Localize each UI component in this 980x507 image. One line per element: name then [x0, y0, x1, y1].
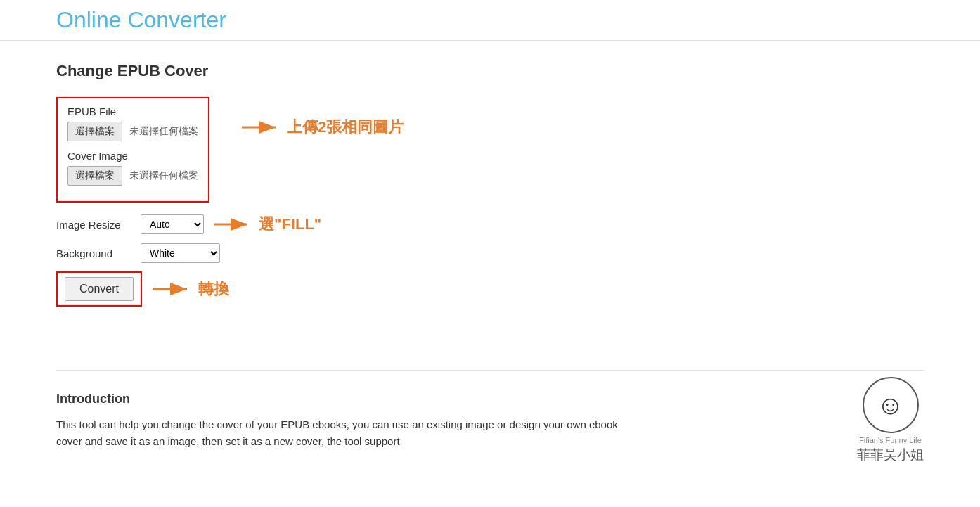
upload-arrow-icon [239, 119, 281, 136]
epub-file-row: 選擇檔案 未選擇任何檔案 [67, 122, 198, 141]
cover-image-label: Cover Image [67, 150, 198, 162]
watermark: ☺ Fifian's Funny Life 菲菲吴小姐 [857, 377, 924, 464]
convert-button[interactable]: Convert [65, 277, 134, 301]
background-label: Background [56, 248, 134, 259]
fill-annotation-text: 選"FILL" [259, 214, 321, 235]
epub-file-button[interactable]: 選擇檔案 [67, 122, 122, 141]
main-content: Change EPUB Cover EPUB File 選擇檔案 未選擇任何檔案… [0, 41, 980, 471]
upload-annotation: 上傳2張相同圖片 [239, 117, 404, 138]
convert-arrow-icon [150, 281, 193, 297]
intro-text: This tool can help you change the cover … [56, 416, 633, 450]
file-inputs-box: EPUB File 選擇檔案 未選擇任何檔案 Cover Image 選擇檔案 … [56, 97, 209, 203]
convert-button-box: Convert [56, 271, 142, 307]
cover-no-file: 未選擇任何檔案 [129, 169, 198, 182]
fill-arrow-icon [211, 216, 253, 233]
form-wrapper: EPUB File 選擇檔案 未選擇任何檔案 Cover Image 選擇檔案 … [56, 97, 924, 349]
fill-annotation: 選"FILL" [211, 214, 321, 235]
cover-image-button[interactable]: 選擇檔案 [67, 166, 122, 186]
epub-file-group: EPUB File 選擇檔案 未選擇任何檔案 [67, 105, 198, 141]
cover-image-row: 選擇檔案 未選擇任何檔案 [67, 166, 198, 186]
background-select[interactable]: White Black Transparent [141, 243, 220, 263]
intro-title: Introduction [56, 392, 924, 406]
intro-section: Introduction This tool can help you chan… [56, 392, 924, 450]
cover-image-group: Cover Image 選擇檔案 未選擇任何檔案 [67, 150, 198, 186]
convert-annotation-text: 轉換 [198, 278, 229, 300]
image-resize-select[interactable]: Auto FILL Fit Stretch [141, 214, 204, 234]
image-resize-row: Image Resize Auto FILL Fit Stretch [56, 214, 924, 235]
watermark-icon: ☺ [877, 390, 904, 421]
image-resize-label: Image Resize [56, 219, 134, 231]
convert-annotation: 轉換 [150, 278, 229, 300]
epub-file-label: EPUB File [67, 105, 198, 117]
section-title: Change EPUB Cover [56, 62, 924, 80]
header: Online Converter [0, 0, 980, 41]
watermark-subtitle: Fifian's Funny Life [859, 436, 922, 444]
watermark-avatar: ☺ [863, 377, 919, 433]
epub-no-file: 未選擇任何檔案 [129, 125, 198, 138]
upload-annotation-text: 上傳2張相同圖片 [287, 117, 404, 138]
section-divider [56, 370, 924, 371]
watermark-name: 菲菲吴小姐 [857, 446, 924, 464]
convert-area: Convert 轉換 [56, 271, 924, 307]
site-title: Online Converter [56, 7, 226, 32]
background-row: Background White Black Transparent [56, 243, 924, 263]
